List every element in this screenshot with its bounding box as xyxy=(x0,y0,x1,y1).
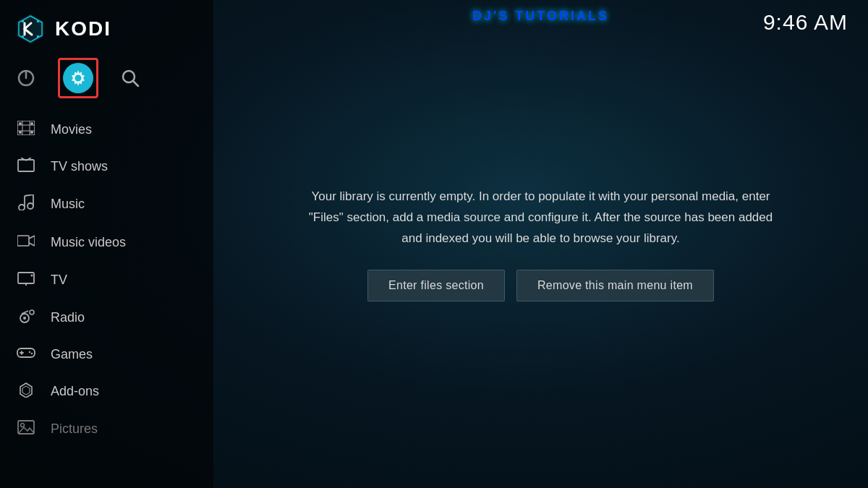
svg-rect-7 xyxy=(22,35,24,38)
svg-line-34 xyxy=(29,236,35,239)
app-header: KODI xyxy=(0,0,213,52)
svg-point-49 xyxy=(31,353,33,354)
center-content: Your library is currently empty. In orde… xyxy=(288,172,794,316)
settings-button[interactable] xyxy=(58,58,98,98)
sidebar-item-music[interactable]: Music xyxy=(0,185,213,223)
svg-rect-5 xyxy=(22,20,24,22)
top-icons-row xyxy=(0,52,213,108)
movies-label: Movies xyxy=(51,122,92,137)
enter-files-button[interactable]: Enter files section xyxy=(367,270,505,301)
svg-line-32 xyxy=(25,194,33,196)
sidebar-item-musicvideos[interactable]: Music videos xyxy=(0,223,213,262)
pictures-label: Pictures xyxy=(51,421,98,437)
svg-rect-8 xyxy=(37,35,39,38)
action-buttons-row: Enter files section Remove this main men… xyxy=(302,270,780,301)
addons-icon xyxy=(16,382,36,401)
svg-point-12 xyxy=(75,75,82,82)
svg-point-40 xyxy=(31,275,33,277)
svg-line-14 xyxy=(133,81,138,86)
svg-point-18 xyxy=(19,131,22,134)
musicvideos-icon xyxy=(16,233,36,252)
power-icon[interactable] xyxy=(16,68,36,88)
svg-marker-51 xyxy=(22,386,30,395)
svg-point-28 xyxy=(19,205,25,210)
svg-rect-24 xyxy=(18,160,34,171)
svg-rect-6 xyxy=(37,20,39,22)
svg-rect-37 xyxy=(18,273,34,283)
sidebar-item-movies[interactable]: Movies xyxy=(0,111,213,148)
music-label: Music xyxy=(51,197,85,212)
svg-point-53 xyxy=(21,424,25,427)
nav-items-list: Movies TV shows Music Music videos TV xyxy=(0,108,213,488)
sidebar-item-pictures[interactable]: Pictures xyxy=(0,411,213,448)
tvshows-label: TV shows xyxy=(51,159,108,174)
search-icon[interactable] xyxy=(120,68,140,88)
svg-point-19 xyxy=(30,131,33,134)
sidebar-item-tvshows[interactable]: TV shows xyxy=(0,148,213,185)
addons-label: Add-ons xyxy=(51,384,99,399)
radio-label: Radio xyxy=(51,310,85,325)
app-title: KODI xyxy=(55,17,111,40)
watermark-text: DJ'S TUTORIALS xyxy=(472,9,609,23)
sidebar-item-tv[interactable]: TV xyxy=(0,262,213,299)
tv-icon xyxy=(16,271,36,289)
main-content: Your library is currently empty. In orde… xyxy=(213,0,868,488)
svg-rect-33 xyxy=(17,236,29,246)
games-icon xyxy=(16,346,36,363)
sidebar-item-addons[interactable]: Add-ons xyxy=(0,372,213,411)
tv-label: TV xyxy=(51,273,67,288)
music-icon xyxy=(16,194,36,214)
musicvideos-label: Music videos xyxy=(51,235,126,250)
settings-circle xyxy=(63,63,93,93)
sidebar: KODI xyxy=(0,0,213,488)
gear-icon xyxy=(69,69,88,87)
svg-point-29 xyxy=(27,203,33,209)
svg-marker-0 xyxy=(17,14,43,43)
games-label: Games xyxy=(51,347,93,362)
movies-icon xyxy=(16,121,36,139)
svg-point-44 xyxy=(30,310,34,314)
tvshows-icon xyxy=(16,158,36,176)
top-bar: DJ'S TUTORIALS 9:46 AM xyxy=(213,0,868,43)
svg-point-48 xyxy=(29,351,30,353)
kodi-logo-icon xyxy=(14,13,46,45)
watermark: DJ'S TUTORIALS xyxy=(472,9,609,24)
sidebar-item-games[interactable]: Games xyxy=(0,337,213,372)
svg-point-16 xyxy=(19,122,22,125)
library-message: Your library is currently empty. In orde… xyxy=(302,187,780,249)
radio-icon xyxy=(16,308,36,328)
time-display: 9:46 AM xyxy=(743,0,868,45)
sidebar-item-radio[interactable]: Radio xyxy=(0,299,213,337)
svg-point-17 xyxy=(30,122,33,125)
svg-point-42 xyxy=(23,317,26,320)
pictures-icon xyxy=(16,420,36,438)
svg-line-35 xyxy=(29,243,35,246)
remove-menu-item-button[interactable]: Remove this main menu item xyxy=(516,270,714,301)
svg-marker-50 xyxy=(20,383,32,398)
